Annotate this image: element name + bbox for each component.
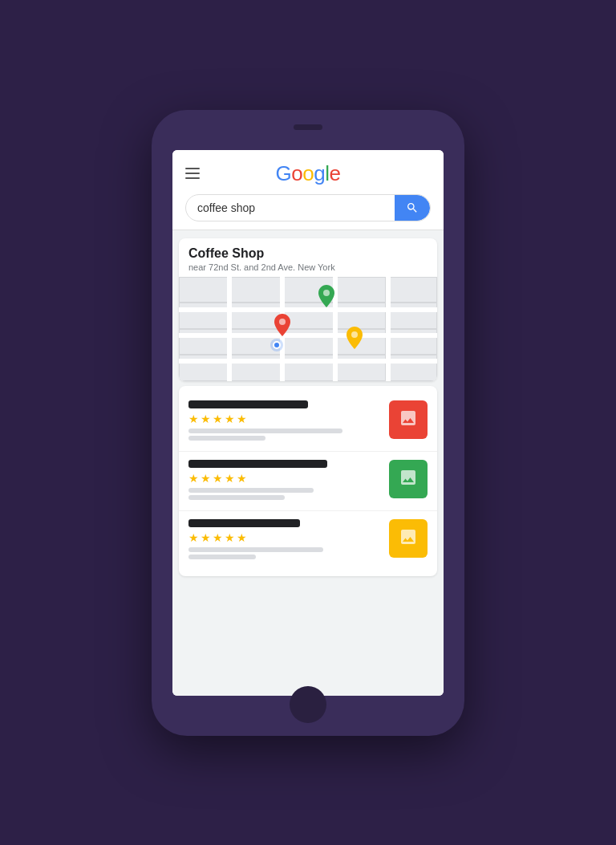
star-2: ★ xyxy=(201,413,211,425)
hamburger-icon[interactable] xyxy=(185,168,200,179)
user-location-dot xyxy=(273,341,281,349)
thumbnail-image-icon xyxy=(399,527,418,550)
map-area[interactable] xyxy=(179,277,437,381)
map-pin-yellow xyxy=(346,327,363,352)
header: G o o g l e xyxy=(172,150,444,230)
phone-frame: G o o g l e xyxy=(152,110,464,736)
search-icon xyxy=(406,201,419,214)
result-thumbnail-2[interactable] xyxy=(389,460,428,498)
result-info: ★ ★ ★ ★ ★ xyxy=(188,400,381,443)
result-name-bar xyxy=(188,460,327,468)
star-2: ★ xyxy=(201,473,211,484)
map-road-h xyxy=(179,333,437,338)
phone-speaker xyxy=(294,124,322,130)
map-grid xyxy=(179,277,437,381)
google-logo: G o o g l e xyxy=(276,161,341,186)
logo-e: e xyxy=(329,161,340,186)
star-5: ★ xyxy=(237,473,247,484)
result-item[interactable]: ★ ★ ★ ★ ★ xyxy=(179,452,437,511)
result-stars: ★ ★ ★ ★ ★ xyxy=(188,532,381,543)
search-input[interactable] xyxy=(186,195,395,221)
logo-o1: o xyxy=(291,161,302,186)
logo-g2: g xyxy=(314,161,325,186)
map-road-h xyxy=(179,359,437,364)
result-name-bar xyxy=(188,400,308,408)
result-stars: ★ ★ ★ ★ ★ xyxy=(188,473,381,484)
map-card-header: Coffee Shop near 72nd St. and 2nd Ave. N… xyxy=(179,238,437,277)
star-5: ★ xyxy=(237,413,247,425)
result-item[interactable]: ★ ★ ★ ★ ★ xyxy=(179,392,437,452)
result-stars: ★ ★ ★ ★ ★ xyxy=(188,413,381,425)
svg-point-1 xyxy=(279,319,286,325)
map-pin-red xyxy=(274,314,290,339)
result-detail-bar xyxy=(188,429,342,433)
result-info: ★ ★ ★ ★ ★ xyxy=(188,460,381,502)
result-detail-bar-2 xyxy=(188,555,256,559)
result-name-bar xyxy=(188,519,300,527)
phone-screen: G o o g l e xyxy=(172,150,444,696)
result-info: ★ ★ ★ ★ ★ xyxy=(188,519,381,562)
logo-g: G xyxy=(276,161,292,186)
map-road-v xyxy=(386,277,391,381)
star-1: ★ xyxy=(188,473,199,484)
thumbnail-image-icon xyxy=(399,408,418,431)
star-4: ★ xyxy=(225,532,235,543)
result-detail-bar xyxy=(188,488,314,493)
star-3: ★ xyxy=(213,413,223,425)
map-card: Coffee Shop near 72nd St. and 2nd Ave. N… xyxy=(179,238,437,381)
result-detail-bar-2 xyxy=(188,495,285,500)
map-grid-cell xyxy=(334,277,385,303)
search-bar[interactable] xyxy=(185,194,431,221)
search-button[interactable] xyxy=(395,195,430,221)
svg-point-0 xyxy=(323,290,330,296)
map-grid-cell xyxy=(179,277,230,303)
map-grid-cell xyxy=(230,277,282,303)
result-thumbnail-3[interactable] xyxy=(389,519,428,558)
results-list: ★ ★ ★ ★ ★ xyxy=(179,386,437,576)
phone-home-button[interactable] xyxy=(290,686,326,723)
result-detail-bar-2 xyxy=(188,436,265,441)
result-thumbnail-1[interactable] xyxy=(389,400,428,439)
content-area: Coffee Shop near 72nd St. and 2nd Ave. N… xyxy=(172,230,444,696)
star-1: ★ xyxy=(188,532,199,543)
map-road-v xyxy=(227,277,232,381)
map-grid-cell xyxy=(386,277,437,303)
map-road-h xyxy=(179,307,437,312)
map-pin-green xyxy=(318,285,334,311)
map-card-subtitle: near 72nd St. and 2nd Ave. New York xyxy=(188,262,428,272)
star-3: ★ xyxy=(213,473,223,484)
map-card-title: Coffee Shop xyxy=(188,246,428,261)
thumbnail-image-icon xyxy=(399,468,418,490)
result-detail-bar xyxy=(188,547,323,552)
header-top: G o o g l e xyxy=(185,161,431,186)
logo-o2: o xyxy=(302,161,314,186)
star-1: ★ xyxy=(188,413,199,425)
result-item[interactable]: ★ ★ ★ ★ ★ xyxy=(179,511,437,570)
star-5: ★ xyxy=(237,532,247,543)
star-3: ★ xyxy=(213,532,223,543)
star-4: ★ xyxy=(225,473,235,484)
svg-point-2 xyxy=(351,331,358,338)
star-2: ★ xyxy=(201,532,211,543)
star-4: ★ xyxy=(225,413,235,425)
